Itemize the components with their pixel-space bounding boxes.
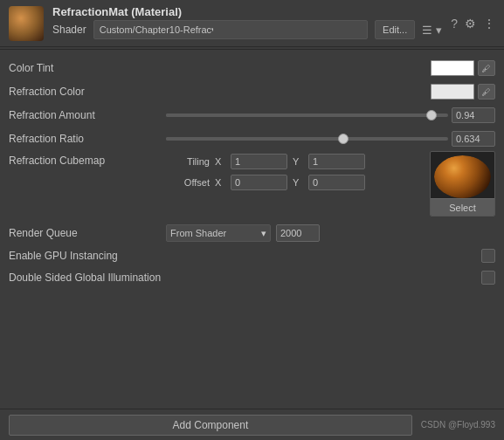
shader-edit-button[interactable]: Edit...: [375, 20, 415, 39]
material-title: RefractionMat (Material): [52, 5, 442, 18]
color-tint-swatch[interactable]: [431, 60, 474, 76]
refraction-amount-track[interactable]: [166, 113, 448, 117]
double-sided-label: Double Sided Global Illumination: [9, 272, 481, 284]
render-queue-label: Render Queue: [9, 227, 166, 239]
gpu-instancing-checkbox[interactable]: [481, 249, 495, 263]
add-component-button[interactable]: Add Component: [9, 415, 412, 436]
tiling-row: Tiling X Y: [166, 151, 425, 172]
double-sided-row: Double Sided Global Illumination: [9, 267, 495, 288]
refraction-ratio-label: Refraction Ratio: [9, 133, 166, 145]
material-header: RefractionMat (Material) Shader Custom/C…: [0, 0, 504, 47]
settings-icon[interactable]: ⚙: [465, 17, 476, 31]
refraction-color-label: Refraction Color: [9, 86, 166, 98]
cubemap-preview[interactable]: Select: [430, 151, 495, 217]
refraction-ratio-track[interactable]: [166, 137, 448, 141]
tiling-x-input[interactable]: [231, 154, 287, 169]
refraction-ratio-row: Refraction Ratio 0.634: [9, 127, 495, 150]
refraction-color-swatch[interactable]: [431, 84, 474, 100]
refraction-cubemap-label: Refraction Cubemap: [9, 151, 166, 167]
color-tint-row: Color Tint 🖋: [9, 57, 495, 79]
refraction-amount-thumb[interactable]: [426, 110, 437, 120]
help-icon[interactable]: ?: [451, 17, 458, 31]
add-component-bar: Add Component CSDN @Floyd.993: [0, 409, 504, 440]
tiling-x-label: X: [215, 156, 225, 167]
refraction-color-eyedropper[interactable]: 🖋: [478, 84, 495, 100]
refraction-cubemap-row: Refraction Cubemap Tiling X Y Offset X Y: [9, 151, 495, 217]
more-menu-icon[interactable]: ⋮: [483, 17, 495, 31]
shader-dropdown[interactable]: Custom/Chapter10-Refrac▾: [93, 20, 368, 39]
tiling-label: Tiling: [166, 156, 210, 167]
watermark-text: CSDN @Floyd.993: [421, 420, 495, 430]
offset-y-label: Y: [293, 177, 303, 188]
gpu-instancing-label: Enable GPU Instancing: [9, 250, 481, 262]
render-queue-dropdown-text: From Shader: [170, 228, 226, 238]
refraction-ratio-input[interactable]: 0.634: [452, 131, 495, 147]
refraction-amount-input[interactable]: 0.94: [452, 107, 495, 123]
offset-row: Offset X Y: [166, 172, 425, 193]
tiling-y-input[interactable]: [308, 154, 365, 169]
offset-x-input[interactable]: [231, 175, 287, 190]
color-tint-eyedropper[interactable]: 🖋: [478, 60, 495, 76]
render-queue-value-input[interactable]: [276, 224, 320, 242]
refraction-amount-label: Refraction Amount: [9, 109, 166, 121]
refraction-ratio-fill: [166, 137, 343, 141]
refraction-amount-fill: [166, 113, 432, 117]
shader-label: Shader: [52, 24, 86, 36]
refraction-ratio-control: 0.634: [166, 131, 495, 147]
render-queue-dropdown[interactable]: From Shader ▾: [166, 224, 271, 242]
header-icons: ? ⚙ ⋮: [451, 17, 495, 31]
shader-dropdown-text: Custom/Chapter10-Refrac▾: [100, 24, 213, 36]
render-queue-chevron: ▾: [261, 228, 266, 239]
offset-label: Offset: [166, 177, 210, 188]
offset-y-input[interactable]: [308, 175, 365, 190]
chevron-down-icon[interactable]: ▾: [436, 24, 442, 37]
color-tint-control: 🖋: [166, 60, 495, 76]
cubemap-select-button[interactable]: Select: [431, 198, 494, 216]
gpu-instancing-row: Enable GPU Instancing: [9, 245, 495, 266]
refraction-amount-control: 0.94: [166, 107, 495, 123]
double-sided-checkbox[interactable]: [481, 271, 495, 285]
refraction-amount-row: Refraction Amount 0.94: [9, 104, 495, 127]
cubemap-fields: Tiling X Y Offset X Y: [166, 151, 425, 193]
refraction-color-control: 🖋: [166, 84, 495, 100]
refraction-ratio-thumb[interactable]: [338, 134, 349, 144]
properties-panel: Color Tint 🖋 Refraction Color 🖋 Refracti…: [0, 52, 504, 294]
render-queue-row: Render Queue From Shader ▾: [9, 222, 495, 244]
color-tint-label: Color Tint: [9, 62, 166, 74]
material-preview-avatar: [9, 6, 44, 41]
tiling-y-label: Y: [293, 156, 303, 167]
offset-x-label: X: [215, 177, 225, 188]
shader-right-icons: ☰ ▾: [422, 24, 442, 37]
list-icon[interactable]: ☰: [422, 24, 432, 37]
refraction-color-row: Refraction Color 🖋: [9, 80, 495, 103]
